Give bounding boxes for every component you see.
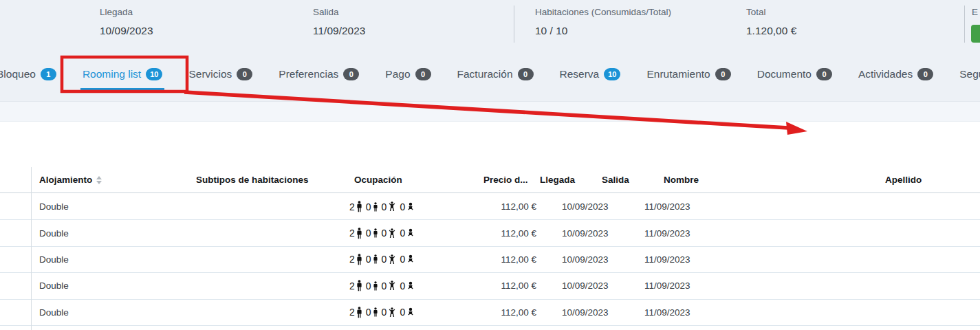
- sort-icon[interactable]: [96, 176, 102, 184]
- habitaciones-value: 10 / 10: [535, 25, 671, 37]
- col-alojamiento[interactable]: Alojamiento: [31, 175, 193, 185]
- tab-pago[interactable]: Pago 0: [372, 58, 444, 90]
- header-sub-strip: [0, 101, 980, 122]
- summary-salida: Salida 11/09/2023: [313, 7, 365, 37]
- col-llegada: Llegada: [536, 175, 598, 185]
- child-icon: [388, 254, 396, 265]
- table-row[interactable]: Double 2 0 0 0 112,00 € 10/09/2023 11/09…: [0, 220, 980, 246]
- reservation-summary-header: Llegada 10/09/2023 Salida 11/09/2023 Hab…: [0, 0, 980, 101]
- total-value: 1.120,00 €: [746, 25, 796, 37]
- summary-divider: [514, 6, 514, 43]
- ocupacion-cell: 2 0 0 0: [349, 254, 475, 265]
- adult-icon: [356, 201, 362, 212]
- tab-actividades[interactable]: Actividades 0: [845, 58, 946, 90]
- tab-actividades-count-badge: 0: [917, 68, 933, 80]
- ocupacion-cell: 2 0 0 0: [349, 280, 475, 292]
- tab-pago-count-badge: 0: [415, 68, 431, 80]
- junior-icon: [373, 228, 378, 238]
- ocupacion-cell: 2 0 0 0: [349, 307, 475, 318]
- col-nombre: Nombre: [660, 175, 882, 185]
- junior-icon: [373, 254, 378, 264]
- adult-icon: [356, 280, 362, 292]
- tab-reserva[interactable]: Reserva 10: [547, 58, 634, 90]
- salida-label: Salida: [313, 7, 365, 17]
- table-row[interactable]: Double 2 0 0 0 112,00 € 10/09/2023 11/09…: [0, 300, 980, 326]
- tab-bloqueo-count-badge: 1: [41, 68, 56, 80]
- checkbox-column-divider: [31, 167, 32, 330]
- child-icon: [388, 307, 396, 318]
- estado-label: E: [972, 7, 978, 17]
- baby-icon: [406, 281, 415, 291]
- summary-llegada: Llegada 10/09/2023: [100, 7, 153, 37]
- habitaciones-label: Habitaciones (Consumidas/Total): [535, 7, 671, 17]
- llegada-value: 10/09/2023: [100, 25, 153, 37]
- col-ocupacion: Ocupación: [351, 175, 471, 185]
- col-apellido: Apellido: [882, 175, 980, 185]
- junior-icon: [373, 307, 378, 317]
- rooming-table-header: Alojamiento Subtipos de habitaciones Ocu…: [0, 167, 980, 193]
- tab-preferencias-count-badge: 0: [343, 68, 359, 80]
- tab-rooming-list[interactable]: Rooming list 10: [69, 58, 176, 90]
- total-label: Total: [746, 7, 796, 17]
- tab-enrutamiento[interactable]: Enrutamiento 0: [633, 58, 743, 90]
- summary-divider-right: [964, 6, 965, 43]
- llegada-label: Llegada: [100, 7, 153, 17]
- tab-servicios[interactable]: Servicios 0: [175, 58, 265, 90]
- ocupacion-cell: 2 0 0 0: [349, 201, 475, 212]
- col-subtipos: Subtipos de habitaciones: [193, 175, 351, 185]
- tab-documento[interactable]: Documento 0: [744, 58, 845, 90]
- tab-bar: Bloqueo 1 Rooming list 10 Servicios 0 Pr…: [0, 58, 980, 90]
- adult-icon: [356, 307, 362, 318]
- table-row[interactable]: Double 2 0 0 0 112,00 € 10/09/2023 11/09…: [0, 273, 980, 299]
- junior-icon: [373, 202, 378, 212]
- tab-facturacion[interactable]: Facturación 0: [444, 58, 547, 90]
- baby-icon: [406, 254, 415, 264]
- junior-icon: [373, 281, 378, 291]
- tab-servicios-count-badge: 0: [237, 68, 252, 80]
- ocupacion-cell: 2 0 0 0: [349, 228, 475, 239]
- baby-icon: [406, 202, 415, 212]
- table-row[interactable]: Double 2 0 0 0 112,00 € 10/09/2023 11/09…: [0, 194, 980, 220]
- child-icon: [388, 201, 396, 212]
- rooming-list-page: { "colors": { "accent_blue": "#1b93d6", …: [0, 0, 980, 330]
- child-icon: [388, 228, 396, 239]
- rooming-table-body: Double 2 0 0 0 112,00 € 10/09/2023 11/09…: [0, 194, 980, 326]
- col-precio: Precio d...: [471, 175, 536, 185]
- tab-enrutamiento-count-badge: 0: [715, 68, 731, 80]
- tab-reserva-count-badge: 10: [604, 68, 620, 80]
- summary-habitaciones: Habitaciones (Consumidas/Total) 10 / 10: [535, 7, 671, 37]
- estado-status-badge: [971, 25, 980, 43]
- tab-documento-count-badge: 0: [816, 68, 832, 80]
- adult-icon: [356, 228, 362, 239]
- tab-preferencias[interactable]: Preferencias 0: [265, 58, 372, 90]
- adult-icon: [356, 254, 362, 265]
- salida-value: 11/09/2023: [313, 25, 365, 37]
- baby-icon: [406, 307, 415, 317]
- rooming-toolbar: Seleccionar todo Generar estancia Modifi…: [0, 122, 980, 167]
- summary-total: Total 1.120,00 €: [746, 7, 796, 37]
- table-row[interactable]: Double 2 0 0 0 112,00 € 10/09/2023 11/09…: [0, 247, 980, 273]
- tab-rooming-list-count-badge: 10: [146, 68, 162, 80]
- col-salida: Salida: [598, 175, 660, 185]
- summary-estado: E: [972, 7, 978, 17]
- tab-seguimiento[interactable]: Seguimiento: [946, 58, 980, 90]
- tab-facturacion-count-badge: 0: [518, 68, 534, 80]
- tab-bloqueo[interactable]: Bloqueo 1: [0, 58, 69, 90]
- child-icon: [388, 280, 396, 291]
- baby-icon: [406, 228, 415, 238]
